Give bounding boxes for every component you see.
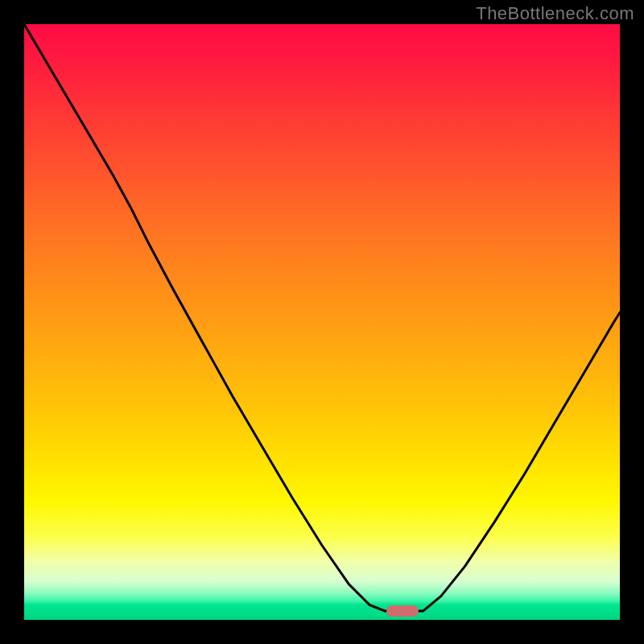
chart-frame: TheBottleneck.com — [0, 0, 644, 644]
plot-area — [24, 24, 620, 620]
bottleneck-curve — [24, 24, 620, 620]
curve-path — [24, 24, 620, 611]
optimal-point-marker — [386, 605, 419, 617]
watermark-label: TheBottleneck.com — [476, 3, 634, 24]
